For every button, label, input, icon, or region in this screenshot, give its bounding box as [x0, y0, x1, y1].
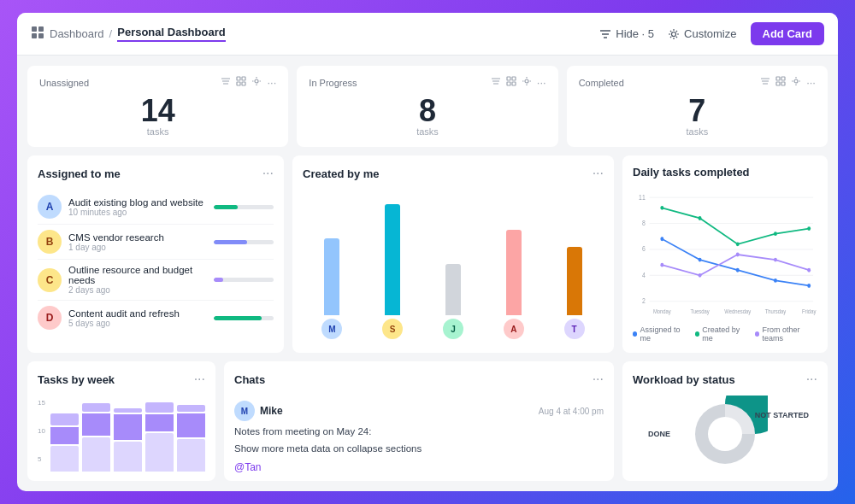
- task-name-0: Audit existing blog and website: [68, 197, 207, 208]
- filter-icon-sm3[interactable]: [760, 76, 770, 86]
- svg-text:11: 11: [639, 193, 646, 202]
- week-bar-seg-bot-3: [145, 433, 174, 472]
- legend-item-1: Created by me: [695, 325, 748, 343]
- task-item-2[interactable]: C Outline resource and budget needs 2 da…: [38, 260, 274, 301]
- gear-icon-sm2[interactable]: [522, 76, 532, 86]
- svg-point-7: [672, 32, 676, 36]
- task-progress-3: [214, 316, 274, 320]
- week-bar-chart: [50, 399, 205, 475]
- expand-icon-sm2[interactable]: [506, 76, 516, 86]
- dashboard-icon: [31, 26, 44, 42]
- breadcrumb-root[interactable]: Dashboard: [50, 27, 104, 40]
- week-bar-seg-mid-0: [50, 427, 79, 444]
- tasks-week-title: Tasks by week: [38, 373, 115, 386]
- filter-icon-sm2[interactable]: [491, 76, 501, 86]
- task-time-3: 5 days ago: [68, 319, 207, 328]
- week-bar-seg-top-0: [50, 413, 79, 425]
- bar-avatar-2: J: [443, 319, 463, 339]
- expand-icon-sm3[interactable]: [775, 76, 786, 86]
- created-card-menu[interactable]: ···: [593, 166, 604, 181]
- daily-card-title: Daily tasks completed: [633, 166, 750, 179]
- chats-menu[interactable]: ···: [593, 372, 604, 387]
- stat-card-completed: Completed ··· 7 tasks: [567, 66, 828, 147]
- created-by-me-card: Created by me ··· M S J: [292, 155, 614, 353]
- week-bar-seg-bot-2: [114, 442, 142, 472]
- chat-mention[interactable]: @Tan: [234, 461, 262, 473]
- daily-tasks-card: Daily tasks completed 11 8 6 4: [622, 155, 828, 353]
- task-avatar-1: B: [38, 230, 62, 254]
- legend-label-1: Created by me: [702, 325, 748, 343]
- chats-card: Chats ··· M Mike Aug 4 at 4:00 pm Notes …: [224, 361, 614, 481]
- chat-timestamp: Aug 4 at 4:00 pm: [539, 407, 604, 416]
- chat-message: M Mike Aug 4 at 4:00 pm Notes from meeti…: [234, 401, 604, 474]
- bar-group-3: A: [487, 230, 540, 339]
- svg-rect-14: [242, 82, 245, 85]
- pie-label-not-started: NOT STARTED: [755, 411, 809, 419]
- bar-group-1: S: [367, 204, 419, 339]
- more-menu-1[interactable]: ···: [537, 76, 546, 89]
- svg-text:4: 4: [642, 271, 646, 279]
- add-card-button[interactable]: Add Card: [751, 22, 825, 45]
- filter-icon-sm[interactable]: [221, 76, 231, 86]
- task-time-0: 10 minutes ago: [68, 208, 207, 217]
- task-progress-1: [214, 240, 274, 244]
- week-bar-col-0: [50, 413, 79, 472]
- task-name-3: Content audit and refresh: [68, 308, 207, 319]
- svg-rect-29: [776, 82, 780, 85]
- task-info-1: CMS vendor research 1 day ago: [68, 232, 207, 252]
- task-progress-fill-3: [214, 316, 262, 320]
- svg-point-63: [708, 417, 742, 451]
- week-bar-col-4: [177, 405, 205, 472]
- content-area: Unassigned ··· 14 tasks In Progress: [17, 56, 838, 491]
- tasks-week-menu[interactable]: ···: [194, 372, 205, 387]
- customize-label: Customize: [684, 27, 736, 40]
- week-bar-seg-bot-0: [50, 446, 79, 472]
- week-bar-seg-mid-2: [114, 414, 142, 440]
- bar-avatar-0: M: [321, 319, 342, 339]
- bar-3: [506, 230, 522, 315]
- bar-group-4: T: [548, 247, 600, 339]
- svg-point-50: [774, 278, 777, 283]
- svg-rect-21: [507, 82, 510, 85]
- svg-text:2: 2: [642, 296, 646, 305]
- task-time-1: 1 day ago: [68, 243, 207, 252]
- svg-point-55: [774, 258, 777, 262]
- task-avatar-2: C: [38, 268, 62, 292]
- chat-user-info: M Mike: [234, 401, 283, 421]
- svg-point-44: [736, 242, 740, 246]
- expand-icon-sm[interactable]: [236, 76, 246, 86]
- week-bar-seg-bot-4: [177, 439, 205, 472]
- stat-card-inprogress: In Progress ··· 8 tasks: [297, 66, 557, 147]
- task-progress-fill-2: [214, 278, 223, 282]
- hide-button[interactable]: Hide · 5: [599, 27, 654, 40]
- svg-text:8: 8: [642, 219, 646, 227]
- task-info-2: Outline resource and budget needs 2 days…: [68, 265, 207, 295]
- week-bar-col-3: [145, 402, 174, 472]
- svg-rect-11: [237, 77, 240, 80]
- y-label-10: 10: [38, 427, 45, 435]
- svg-rect-30: [781, 82, 785, 85]
- svg-point-53: [699, 273, 702, 278]
- stat-card-title-1: In Progress: [309, 78, 357, 88]
- gear-icon-sm3[interactable]: [791, 76, 801, 86]
- more-menu-2[interactable]: ···: [806, 76, 816, 89]
- customize-button[interactable]: Customize: [668, 27, 736, 40]
- task-name-1: CMS vendor research: [68, 232, 207, 243]
- svg-rect-12: [242, 77, 245, 80]
- assigned-card-menu[interactable]: ···: [262, 166, 274, 181]
- svg-point-49: [736, 268, 740, 273]
- breadcrumb: Dashboard / Personal Dashboard: [31, 26, 226, 42]
- svg-text:Thursday: Thursday: [765, 308, 787, 316]
- more-menu-0[interactable]: ···: [267, 76, 276, 89]
- svg-text:6: 6: [642, 245, 646, 254]
- legend-item-2: From other teams: [755, 325, 817, 343]
- filter-icon: [599, 28, 611, 40]
- task-item-0[interactable]: A Audit existing blog and website 10 min…: [38, 190, 274, 225]
- chat-text-line1: Notes from meeting on May 24:: [234, 425, 604, 438]
- svg-rect-3: [38, 33, 44, 38]
- gear-icon-sm[interactable]: [251, 76, 262, 86]
- task-item-3[interactable]: D Content audit and refresh 5 days ago: [38, 301, 274, 335]
- svg-point-52: [660, 263, 663, 267]
- workload-menu[interactable]: ···: [806, 372, 817, 387]
- task-item-1[interactable]: B CMS vendor research 1 day ago: [38, 225, 274, 260]
